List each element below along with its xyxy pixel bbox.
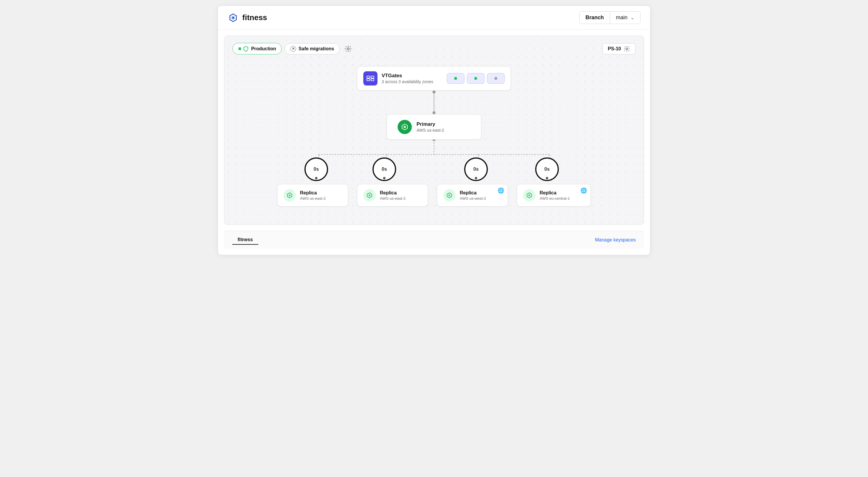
replica-card-4[interactable]: Replica AWS eu-central-1 🌐 bbox=[517, 184, 591, 207]
globe-icon-4: 🌐 bbox=[581, 187, 587, 194]
primary-icon bbox=[398, 120, 412, 134]
lag-circle-4: 0s bbox=[535, 157, 559, 181]
replica-icon-3 bbox=[443, 189, 456, 202]
replica-info-4: Replica AWS eu-central-1 bbox=[539, 190, 570, 201]
svg-rect-7 bbox=[371, 79, 374, 81]
canvas-area: ■ Production ✕ Safe migrations PS-10 bbox=[224, 35, 644, 225]
ps-badge[interactable]: PS-10 bbox=[602, 43, 636, 55]
lag-circle-1-wrapper: 0s bbox=[304, 157, 328, 181]
safe-migrations-label: Safe migrations bbox=[299, 46, 334, 52]
primary-region: AWS us-east-2 bbox=[416, 128, 444, 132]
branch-value-dropdown[interactable]: main ⌄ bbox=[610, 11, 640, 24]
lag-2-value: 0s bbox=[382, 167, 387, 172]
connector-dot-bottom bbox=[433, 111, 435, 114]
lag-1-value: 0s bbox=[314, 167, 319, 172]
lag-circle-4-wrapper: 0s bbox=[535, 157, 559, 181]
replica-name-1: Replica bbox=[300, 190, 326, 196]
svg-rect-6 bbox=[367, 79, 370, 81]
svg-point-2 bbox=[347, 48, 349, 50]
svg-point-20 bbox=[289, 195, 290, 196]
replica-icon-2 bbox=[363, 189, 376, 202]
manage-keyspaces-link[interactable]: Manage keyspaces bbox=[595, 237, 636, 243]
lag-3-value: 0s bbox=[473, 167, 479, 172]
replicas-row: Replica AWS us-east-2 Replica AWS us bbox=[271, 184, 597, 207]
vtgates-instance-3[interactable] bbox=[487, 73, 505, 84]
replica-name-4: Replica bbox=[539, 190, 570, 196]
primary-name: Primary bbox=[416, 121, 444, 127]
lag-dot-2 bbox=[383, 177, 385, 179]
header-left: fitness bbox=[227, 12, 267, 23]
connector-dot-top bbox=[433, 91, 435, 93]
replica-icon-1 bbox=[283, 189, 296, 202]
svg-point-8 bbox=[404, 126, 406, 128]
branch-selector[interactable]: Branch main ⌄ bbox=[579, 11, 641, 24]
bottom-bar: fitness Manage keyspaces bbox=[224, 231, 644, 249]
replica-region-1: AWS us-east-2 bbox=[300, 196, 326, 201]
globe-icon-3: 🌐 bbox=[498, 187, 504, 194]
production-label: Production bbox=[251, 46, 276, 52]
replica-card-2[interactable]: Replica AWS us-east-2 bbox=[357, 184, 428, 207]
shield-icon: ■ bbox=[238, 46, 249, 52]
svg-point-23 bbox=[528, 195, 530, 196]
replica-name-3: Replica bbox=[460, 190, 486, 196]
lag-circle-3-wrapper: 0s bbox=[464, 157, 488, 181]
app-title: fitness bbox=[242, 13, 267, 22]
diagram-wrapper: VTGates 3 across 3 availability zones bbox=[232, 66, 636, 207]
settings-gear-icon[interactable] bbox=[343, 43, 354, 55]
vtgates-desc: 3 across 3 availability zones bbox=[382, 79, 433, 84]
replica-name-2: Replica bbox=[380, 190, 406, 196]
safe-migrations-badge[interactable]: ✕ Safe migrations bbox=[285, 43, 340, 55]
svg-rect-5 bbox=[371, 76, 374, 78]
replica-region-4: AWS eu-central-1 bbox=[539, 196, 570, 201]
lag-4-value: 0s bbox=[544, 167, 550, 172]
vtgates-left: VTGates 3 across 3 availability zones bbox=[363, 71, 433, 86]
primary-info: Primary AWS us-east-2 bbox=[416, 121, 444, 132]
lag-circle-3: 0s bbox=[464, 157, 488, 181]
vtgates-name: VTGates bbox=[382, 73, 433, 79]
instance-dot-2 bbox=[474, 77, 477, 80]
branch-value-text: main bbox=[616, 14, 627, 21]
primary-replicas-connector: 0s 0s 0s bbox=[271, 140, 597, 181]
replica-card-3[interactable]: Replica AWS us-west-2 🌐 bbox=[437, 184, 508, 207]
chevron-down-icon: ⌄ bbox=[630, 15, 634, 21]
replica-info-1: Replica AWS us-east-2 bbox=[300, 190, 326, 201]
lag-circle-1: 0s bbox=[304, 157, 328, 181]
branch-label: Branch bbox=[580, 11, 610, 24]
ps-label: PS-10 bbox=[608, 46, 621, 52]
header: fitness Branch main ⌄ bbox=[218, 6, 650, 30]
vtgates-instances bbox=[447, 73, 505, 84]
connector-line-seg bbox=[434, 93, 434, 111]
x-circle-icon: ✕ bbox=[290, 46, 296, 52]
replica-region-3: AWS us-west-2 bbox=[460, 196, 486, 201]
svg-point-22 bbox=[448, 195, 450, 196]
replica-icon-4 bbox=[523, 189, 535, 202]
lag-dot-4 bbox=[546, 177, 548, 179]
replica-region-2: AWS us-east-2 bbox=[380, 196, 406, 201]
instance-dot-1 bbox=[454, 77, 457, 80]
lag-circle-2-wrapper: 0s bbox=[372, 157, 396, 181]
toolbar: ■ Production ✕ Safe migrations PS-10 bbox=[232, 43, 636, 55]
vtgates-instance-2[interactable] bbox=[467, 73, 485, 84]
svg-point-21 bbox=[369, 195, 370, 196]
replica-info-2: Replica AWS us-east-2 bbox=[380, 190, 406, 201]
svg-point-1 bbox=[232, 17, 234, 19]
production-badge[interactable]: ■ Production bbox=[232, 43, 282, 55]
lag-circle-2: 0s bbox=[372, 157, 396, 181]
app-container: fitness Branch main ⌄ ■ Production ✕ bbox=[218, 6, 650, 255]
lag-dot-3 bbox=[475, 177, 477, 179]
svg-point-3 bbox=[626, 48, 628, 50]
svg-rect-4 bbox=[367, 76, 370, 78]
vtgates-instance-1[interactable] bbox=[447, 73, 464, 84]
instance-dot-3 bbox=[494, 77, 497, 80]
app-logo-icon bbox=[227, 12, 239, 23]
vtgates-icon bbox=[363, 71, 377, 86]
replica-card-1[interactable]: Replica AWS us-east-2 bbox=[277, 184, 348, 207]
vtgates-primary-connector bbox=[433, 91, 435, 114]
vtgates-info: VTGates 3 across 3 availability zones bbox=[382, 73, 433, 84]
svg-point-15 bbox=[433, 140, 435, 141]
primary-node[interactable]: Primary AWS us-east-2 bbox=[387, 114, 481, 140]
replica-info-3: Replica AWS us-west-2 bbox=[460, 190, 486, 201]
lag-dot-1 bbox=[315, 177, 317, 179]
vtgates-node[interactable]: VTGates 3 across 3 availability zones bbox=[357, 66, 511, 91]
keyspace-tab[interactable]: fitness bbox=[232, 235, 258, 245]
